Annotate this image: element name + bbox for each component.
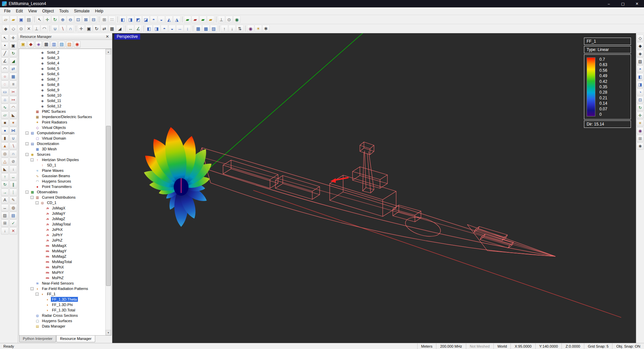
menu-simulate[interactable]: Simulate	[71, 8, 93, 14]
zoom-in-button[interactable]: ⊕	[59, 16, 66, 23]
torus-tool[interactable]: ◎	[1, 150, 9, 157]
plane-uv-button[interactable]: ▰	[207, 16, 214, 23]
zoom-extents-button[interactable]: ⊠	[82, 16, 90, 23]
snap-endpoint-button[interactable]: ◆	[2, 25, 9, 32]
tree-item-jsmagtotal[interactable]: JsJsMagTotal	[19, 221, 105, 227]
tab-python-interpreter[interactable]: Python Interpreter	[19, 336, 56, 342]
plane-yz-button[interactable]: ▰	[192, 16, 199, 23]
delete-tool[interactable]: ✕	[9, 227, 17, 235]
tree-item-impedance-dielectric-surfaces[interactable]: ▦Impedance/Dielectric Surfaces	[19, 114, 105, 119]
scroll-down-icon[interactable]: ▼	[106, 330, 111, 335]
align-top-button[interactable]: ◓	[161, 25, 168, 32]
select-tool[interactable]: ↖	[1, 34, 9, 42]
move-tool[interactable]: ✛	[9, 34, 17, 42]
wedge-tool[interactable]: ◣	[1, 165, 9, 173]
tree-item-solid-2[interactable]: ◈Solid_2	[19, 50, 105, 55]
tree-item-solid-5[interactable]: ◈Solid_5	[19, 66, 105, 71]
group-tool[interactable]: ⊞	[1, 219, 9, 227]
distribute-horizontal-button[interactable]: ↔	[176, 25, 183, 32]
tree-expander-icon[interactable]: -	[25, 132, 29, 135]
view-perspective-button[interactable]: ◮	[173, 16, 180, 23]
tree-item-huygens-surfaces[interactable]: ▢Huygens Surfaces	[19, 318, 105, 323]
view-iso-right-button[interactable]: ◔	[637, 89, 644, 96]
point-tool[interactable]: •	[1, 42, 9, 49]
rm-charts-icon[interactable]: ▥	[51, 41, 57, 48]
status-object-snap[interactable]: Obj. Snap: ON	[612, 343, 644, 349]
tree-expander-icon[interactable]: -	[25, 153, 29, 156]
view-front-right-button[interactable]: ◧	[637, 73, 644, 80]
align-left-button[interactable]: ◧	[145, 25, 153, 32]
union-tool[interactable]: ∪	[9, 135, 17, 142]
rotate-button[interactable]: ↻	[93, 25, 100, 32]
tree-expander-icon[interactable]: -	[36, 201, 39, 204]
tree-item-solid-3[interactable]: ◈Solid_3	[19, 55, 105, 60]
section-tool[interactable]: ⊘	[9, 158, 17, 165]
orbit-view-button[interactable]: ↻	[637, 104, 644, 111]
intersect-tool[interactable]: ∩	[9, 150, 17, 157]
maximize-button[interactable]: ▢	[616, 0, 630, 7]
tree-item-solid-4[interactable]: ◈Solid_4	[19, 60, 105, 66]
subtract-tool[interactable]: ∖	[9, 142, 17, 150]
minimize-button[interactable]: –	[602, 0, 616, 7]
view-right-button[interactable]: ◪	[142, 16, 150, 23]
scroll-up-icon[interactable]: ▲	[106, 49, 111, 54]
tree-item-sources[interactable]: -◉Sources	[19, 152, 105, 157]
pan-view-button[interactable]: ✛	[637, 112, 644, 119]
fillet-tool[interactable]: ◠	[9, 104, 17, 111]
snap-midpoint-button[interactable]: ◇	[10, 25, 17, 32]
boolean-union-button[interactable]: ∪	[51, 25, 59, 32]
tree-item-solid-8[interactable]: ◈Solid_8	[19, 82, 105, 87]
view-top-right-button[interactable]: ◓	[637, 65, 644, 72]
print-button[interactable]: ▤	[25, 16, 33, 23]
save-file-button[interactable]: ▣	[17, 16, 25, 23]
revolve-tool[interactable]: ↻	[1, 181, 9, 188]
trim-tool[interactable]: ✂	[9, 88, 17, 96]
scale-button[interactable]: ◢	[116, 25, 123, 32]
measure-tool[interactable]: ↔	[9, 173, 17, 181]
move-button[interactable]: ✛	[77, 25, 85, 32]
hatch-tool[interactable]: ▨	[1, 212, 9, 219]
viewport-3d[interactable]: Perspective FF_1 Type: Linear 0.70.630.5…	[112, 33, 636, 343]
material-tool[interactable]: ◍	[9, 204, 17, 211]
view-shaded-button[interactable]: ◆	[637, 42, 644, 49]
open-file-button[interactable]: ▰	[10, 16, 17, 23]
tree-expander-icon[interactable]: -	[36, 293, 39, 296]
tree-item-radar-cross-sections[interactable]: ◎Radar Cross Sections	[19, 313, 105, 318]
view-left-button[interactable]: ◩	[135, 16, 142, 23]
tree-item-data-manager[interactable]: ▤Data Manager	[19, 323, 105, 329]
view-iso-button[interactable]: ◭	[165, 16, 173, 23]
tree-item-ff-1-3d-theta[interactable]: ◗FF_1.3D.Theta	[19, 297, 105, 302]
grid-toggle-button[interactable]: ⊞	[101, 16, 108, 23]
select-tool-button[interactable]: ↖	[36, 16, 43, 23]
camera-snapshot-button[interactable]: ◉	[637, 127, 644, 134]
offset-tool[interactable]: ≡	[9, 81, 17, 88]
mirror-tool[interactable]: ⇄	[9, 65, 17, 72]
light-button[interactable]: ☀	[255, 25, 262, 32]
tree-item-jsmagz[interactable]: JsJsMagZ	[19, 216, 105, 221]
swap-button[interactable]: ⇅	[236, 25, 244, 32]
tree-item-computational-domain[interactable]: -▧Computational Domain	[19, 130, 105, 136]
cone-tool[interactable]: ▲	[1, 142, 9, 150]
mesh-view-button[interactable]: ▦	[195, 25, 202, 32]
array-tool[interactable]: ▦	[9, 73, 17, 80]
snap-intersection-button[interactable]: ✕	[25, 25, 33, 32]
rm-geometry-icon[interactable]: ▣	[20, 41, 26, 48]
import-tool[interactable]: ↓	[1, 227, 9, 235]
tree-item-solid-12[interactable]: ◈Solid_12	[19, 103, 105, 109]
snap-center-button[interactable]: ⊙	[17, 25, 25, 32]
view-back-button[interactable]: ◨	[127, 16, 134, 23]
extrude-tool[interactable]: ↑	[1, 173, 9, 181]
tree-expander-icon[interactable]: -	[25, 142, 29, 145]
tree-item-3d-mesh[interactable]: ▦3D Mesh	[19, 146, 105, 152]
align-bottom-button[interactable]: ◒	[168, 25, 176, 32]
light-toggle-button[interactable]: ☀	[637, 119, 644, 127]
rm-table-icon[interactable]: ▤	[58, 41, 65, 48]
move-up-button[interactable]: ↑	[221, 25, 228, 32]
tree-item-observables[interactable]: -▩Observables	[19, 189, 105, 195]
scrollbar-thumb[interactable]	[106, 126, 111, 286]
menu-view[interactable]: View	[25, 8, 40, 14]
tree-item-msmagy[interactable]: MsMsMagY	[19, 248, 105, 254]
plane-xy-button[interactable]: ▰	[184, 16, 191, 23]
mesh-settings-button[interactable]: ▨	[210, 25, 217, 32]
tree-item-sd-1[interactable]: ↑SD_1	[19, 162, 105, 168]
